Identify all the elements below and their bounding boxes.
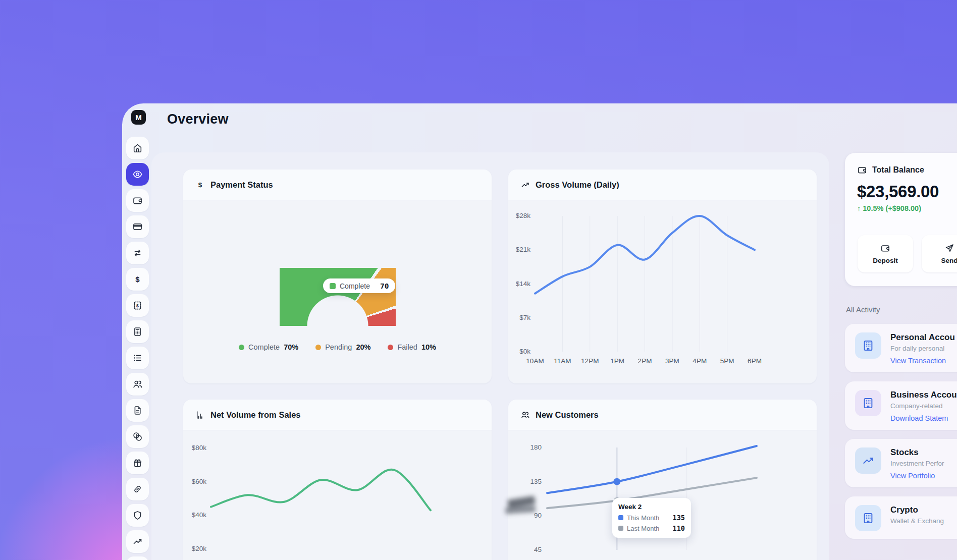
- building-icon: [855, 390, 881, 416]
- activity-title: Business Accou: [890, 390, 957, 400]
- y-axis-label: $20k: [183, 544, 206, 553]
- legend-dot-icon: [388, 345, 393, 350]
- chart-tooltip: Complete 70: [323, 278, 395, 293]
- svg-text:$: $: [135, 275, 140, 284]
- y-axis-label: $60k: [183, 477, 206, 486]
- activity-card[interactable]: StocksInvestment PerforView Portfolio: [845, 439, 957, 487]
- sidebar-item-rewards[interactable]: [126, 452, 149, 474]
- invoice-icon: $: [132, 300, 143, 311]
- activity-subtitle: For daily personal: [890, 345, 955, 352]
- chart-tooltip: Week 2 This Month135Last Month110: [612, 498, 691, 538]
- net-volume-chart[interactable]: [206, 435, 436, 560]
- send-button[interactable]: Send: [922, 235, 957, 272]
- sidebar-item-invoices[interactable]: $: [126, 294, 149, 317]
- coins-icon: [132, 431, 143, 442]
- activity-link[interactable]: View Transaction: [890, 357, 955, 365]
- activity-card[interactable]: CryptoWallet & Exchang: [845, 496, 957, 539]
- sidebar-item-accounting[interactable]: [126, 320, 149, 343]
- activity-card[interactable]: Personal AccouFor daily personalView Tra…: [845, 324, 957, 372]
- activity-link[interactable]: View Portfolio: [890, 472, 944, 480]
- home-icon: [132, 143, 143, 153]
- new-customers-chart[interactable]: [542, 435, 762, 560]
- card-header: New Customers: [508, 400, 817, 430]
- activity-subtitle: Investment Perfor: [890, 460, 944, 467]
- deposit-button[interactable]: Deposit: [858, 235, 913, 272]
- sidebar-item-analytics[interactable]: [126, 530, 149, 553]
- transfer-icon: [132, 248, 143, 258]
- sidebar-item-links[interactable]: [126, 478, 149, 500]
- stocks-icon: [855, 447, 881, 474]
- app-window: M Overview $$ $ Payment Status Complete …: [122, 103, 957, 560]
- dashboard-grid: $ Payment Status Complete 70 Complete70%…: [151, 152, 829, 560]
- app-logo[interactable]: M: [131, 110, 146, 125]
- sidebar-item-home[interactable]: [126, 137, 149, 159]
- y-axis-label: $0k: [508, 347, 530, 356]
- dollar-icon: $: [132, 274, 143, 285]
- tooltip-title: Week 2: [618, 503, 685, 511]
- sidebar-item-wallet[interactable]: [126, 189, 149, 212]
- y-axis-label: 135: [508, 477, 542, 486]
- tooltip-row: Last Month110: [618, 524, 685, 532]
- wallet-icon: [880, 243, 890, 253]
- sidebar-item-coins[interactable]: [126, 425, 149, 448]
- trend-icon: [132, 536, 143, 547]
- gross-volume-card: Gross Volume (Daily) $28k$21k$14k$7k$0k1…: [508, 170, 817, 383]
- activity-title: Personal Accou: [890, 332, 955, 343]
- wallet-icon: [132, 195, 143, 206]
- activity-card[interactable]: Business AccouCompany-relatedDownload St…: [845, 381, 957, 430]
- sidebar-item-overview[interactable]: [126, 163, 149, 186]
- total-balance-label: Total Balance: [872, 165, 924, 175]
- building-icon: [855, 505, 881, 531]
- sidebar-item-transfers[interactable]: [126, 242, 149, 264]
- sidebar-item-security[interactable]: [126, 504, 149, 527]
- all-activity-heading: All Activity: [846, 305, 957, 314]
- y-axis-label: $40k: [183, 511, 206, 520]
- users-icon: [132, 379, 143, 389]
- payment-gauge-chart[interactable]: [280, 268, 396, 326]
- sidebar-item-payments[interactable]: $: [126, 268, 149, 291]
- tooltip-rows: This Month135Last Month110: [618, 514, 685, 532]
- card-title: Payment Status: [210, 180, 273, 190]
- sidebar-item-devices[interactable]: [126, 556, 149, 560]
- eye-icon: [132, 169, 143, 180]
- sidebar-item-transactions[interactable]: [126, 347, 149, 369]
- card-title: New Customers: [536, 410, 599, 420]
- total-balance-amount: $23,569.00: [857, 182, 957, 201]
- card-title: Gross Volume (Daily): [536, 180, 619, 190]
- trend-up-icon: [520, 180, 530, 190]
- balance-change: ↑ 10.5% (+$908.00): [857, 204, 957, 212]
- activity-link[interactable]: Download Statem: [890, 414, 957, 422]
- data-point-marker: [613, 478, 620, 485]
- sidebar: $$: [126, 137, 149, 560]
- legend-item: Failed10%: [388, 343, 436, 351]
- legend-item: Pending20%: [315, 343, 370, 351]
- new-customers-card: New Customers Week 2 This Month135Last M…: [508, 400, 817, 560]
- list-icon: [132, 353, 143, 363]
- sidebar-item-customers[interactable]: [126, 373, 149, 396]
- gauge-tooltip-swatch: [330, 283, 336, 289]
- payment-legend: Complete70%Pending20%Failed10%: [183, 343, 492, 351]
- svg-text:$: $: [136, 303, 139, 308]
- gift-icon: [132, 458, 143, 468]
- gauge-tooltip-label: Complete: [340, 282, 370, 290]
- y-axis-label: $28k: [508, 211, 530, 220]
- activity-title: Stocks: [890, 447, 944, 458]
- sidebar-item-documents[interactable]: [126, 399, 149, 422]
- document-icon: [132, 405, 143, 416]
- legend-dot-icon: [315, 345, 321, 350]
- activity-list: Personal AccouFor daily personalView Tra…: [845, 324, 957, 539]
- send-icon: [944, 243, 954, 253]
- dollar-icon: $: [195, 180, 205, 190]
- y-axis-label: 90: [508, 511, 542, 520]
- calculator-icon: [132, 326, 143, 337]
- activity-subtitle: Company-related: [890, 402, 957, 410]
- tooltip-row: This Month135: [618, 514, 685, 522]
- sidebar-item-cards[interactable]: [126, 215, 149, 238]
- page-title: Overview: [167, 111, 229, 127]
- payment-status-card: $ Payment Status Complete 70 Complete70%…: [183, 170, 492, 383]
- total-balance-card: Total Balance $23,569.00 ↑ 10.5% (+$908.…: [845, 153, 957, 286]
- gross-volume-chart[interactable]: [530, 203, 760, 364]
- y-axis-label: $14k: [508, 279, 530, 289]
- right-panel: Total Balance $23,569.00 ↑ 10.5% (+$908.…: [845, 153, 957, 539]
- net-volume-card: Net Volume from Sales $80k$60k$40k$20k: [183, 400, 492, 560]
